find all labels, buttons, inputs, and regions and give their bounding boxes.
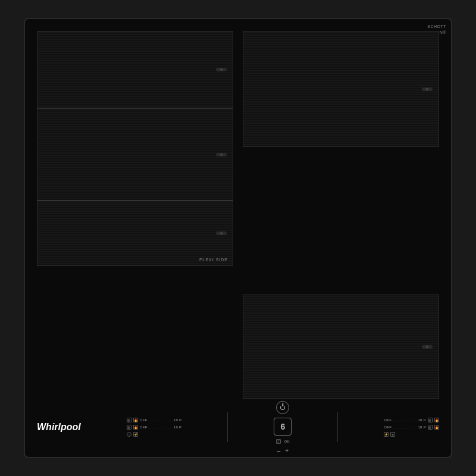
left-circle-icon: ○ — [127, 432, 131, 437]
right-flame-2[interactable]: 🔥 — [434, 425, 439, 430]
right-bottom-indicator — [422, 345, 433, 349]
plus-button[interactable]: + — [285, 447, 289, 454]
right-controls: OFF ................ 18 P ▦ 🔥 OFF ......… — [384, 418, 439, 437]
flexi-label: FLEXI SIDE — [199, 258, 228, 262]
right-icon-2[interactable]: ▦ — [428, 425, 433, 430]
left-flame-2[interactable]: 🔥 — [133, 425, 138, 430]
minus-button[interactable]: – — [277, 447, 281, 454]
cooktop-appliance: SCHOTT CERAN® FLEXI SIDE — [24, 18, 452, 458]
right-icon-1[interactable]: ▦ — [428, 418, 433, 422]
right-extra-2[interactable]: ◈ — [390, 432, 395, 437]
left-ctrl-row2: ▦ 🔥 OFF ................ 18 P — [127, 425, 182, 430]
left-top-indicator — [216, 68, 227, 71]
cooktop-surface: FLEXI SIDE — [37, 31, 439, 399]
left-slider-1[interactable]: ................ — [149, 418, 172, 422]
separator-1 — [227, 412, 228, 442]
power-icon — [280, 405, 285, 410]
control-bar: Whirlpool ▦ 🔥 OFF ................ 18 P … — [31, 403, 445, 451]
left-burner-bottom: FLEXI SIDE — [37, 201, 233, 266]
left-mid-indicator — [216, 153, 227, 156]
left-flex-zone: FLEXI SIDE — [37, 31, 233, 399]
right-ctrl-row1: OFF ................ 18 P ▦ 🔥 — [384, 418, 439, 422]
left-flame-1[interactable]: 🔥 — [133, 418, 138, 422]
left-burner-mid — [37, 108, 233, 201]
left-val-2: 18 P — [174, 425, 182, 429]
right-ctrl-row3: ⚡ ◈ — [384, 432, 395, 437]
left-extra-icon[interactable]: ⚡ — [133, 432, 138, 437]
brand-logo: Whirlpool — [37, 422, 81, 433]
left-controls: ▦ 🔥 OFF ................ 18 P ▦ 🔥 OFF ..… — [127, 418, 182, 437]
left-ctrl-row1: ▦ 🔥 OFF ................ 18 P — [127, 418, 182, 422]
separator-2 — [337, 412, 338, 442]
right-val-2: 18 P — [418, 425, 426, 429]
left-bottom-indicator — [216, 231, 227, 235]
right-zone — [243, 31, 439, 399]
right-top-indicator — [422, 87, 433, 91]
right-val-1: 18 P — [418, 418, 426, 422]
left-val-1: 18 P — [174, 418, 182, 422]
center-controls: 6 ⏱ OK – + — [274, 401, 292, 454]
left-slider-2[interactable]: ................ — [149, 425, 172, 429]
right-off-2[interactable]: OFF — [384, 425, 392, 429]
right-burner-top — [243, 31, 439, 147]
left-off-1[interactable]: OFF — [140, 418, 148, 422]
timer-display: 6 — [274, 418, 292, 436]
left-off-2[interactable]: OFF — [140, 425, 148, 429]
right-slider-1[interactable]: ................ — [393, 418, 416, 422]
right-off-1[interactable]: OFF — [384, 418, 392, 422]
right-extra-1[interactable]: ⚡ — [384, 432, 389, 437]
right-slider-2[interactable]: ................ — [393, 425, 416, 429]
ok-label[interactable]: OK — [284, 440, 290, 443]
power-button[interactable] — [276, 401, 289, 414]
center-row: ⏱ OK — [276, 439, 290, 444]
plus-minus-controls: – + — [277, 447, 289, 454]
right-burner-bottom — [243, 295, 439, 399]
right-flame-1[interactable]: 🔥 — [434, 418, 439, 422]
right-ctrl-row2: OFF ................ 18 P ▦ 🔥 — [384, 425, 439, 430]
left-icon-2[interactable]: ▦ — [127, 425, 131, 430]
timer-icon[interactable]: ⏱ — [276, 439, 281, 444]
left-burner-top — [37, 31, 233, 108]
left-ctrl-row3: ○ ⚡ — [127, 432, 138, 437]
left-icon-1[interactable]: ▦ — [127, 418, 131, 422]
